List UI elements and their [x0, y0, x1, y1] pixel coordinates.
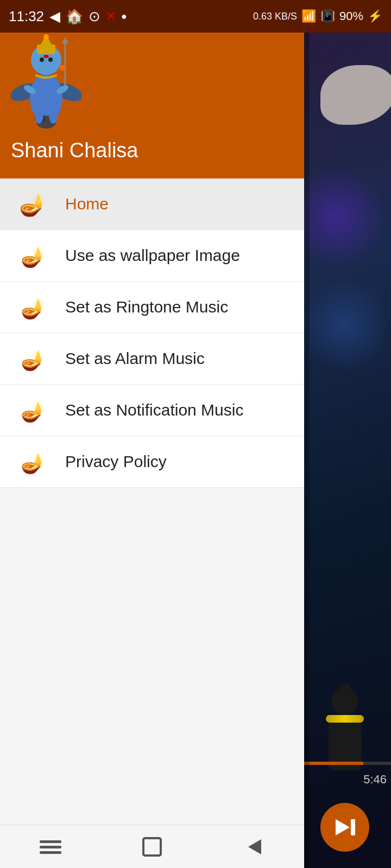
content-panel: 5:46	[299, 0, 391, 868]
signal-icon: 📳	[320, 9, 335, 23]
svg-point-9	[40, 58, 44, 62]
svg-rect-32	[351, 819, 355, 835]
svg-point-19	[60, 65, 65, 71]
svg-text:🪔: 🪔	[19, 192, 46, 218]
dot-icon: ●	[121, 11, 127, 22]
svg-text:🪔: 🪔	[21, 400, 45, 423]
home-menu-icon: 🪔	[16, 188, 49, 220]
nav-back-button[interactable]	[232, 831, 275, 863]
status-time: 11:32	[9, 8, 44, 25]
status-bar: 11:32 ◀ 🏠 ⊙ ✕ ● 0.63 KB/S 📶 📳 90% ⚡	[0, 0, 391, 33]
navigation-drawer: Shani Chalisa 🪔 Home 🪔 Use as wallpaper …	[0, 0, 304, 868]
alarm-menu-icon: 🪔	[16, 342, 49, 375]
svg-point-11	[43, 55, 49, 58]
content-background: 5:46	[299, 0, 391, 868]
menu-list: 🪔 Home 🪔 Use as wallpaper Image 🪔 Set as…	[0, 178, 304, 868]
svg-rect-29	[143, 838, 161, 856]
alarm-label: Set as Alarm Music	[65, 349, 205, 368]
network-speed: 0.63 KB/S	[253, 11, 297, 22]
glow-element-1	[299, 163, 386, 271]
menu-item-notification[interactable]: 🪔 Set as Notification Music	[0, 385, 304, 436]
app-logo	[11, 27, 81, 130]
svg-text:🪔: 🪔	[21, 348, 45, 372]
svg-point-6	[43, 34, 49, 40]
nav-menu-button[interactable]	[29, 831, 72, 863]
battery-level: 90%	[339, 9, 363, 23]
x-icon: ✕	[106, 9, 116, 23]
bottom-navigation	[0, 825, 304, 868]
menu-item-ringtone[interactable]: 🪔 Set as Ringtone Music	[0, 282, 304, 333]
top-decorative-element	[320, 65, 391, 125]
svg-marker-30	[248, 839, 261, 854]
player-timer: 5:46	[363, 773, 387, 787]
svg-rect-27	[40, 846, 61, 848]
deity-silhouette	[299, 688, 391, 770]
home-status-icon: 🏠	[66, 8, 83, 25]
svg-text:🪔: 🪔	[21, 245, 45, 269]
menu-item-alarm[interactable]: 🪔 Set as Alarm Music	[0, 333, 304, 385]
ringtone-menu-icon: 🪔	[16, 291, 49, 323]
svg-point-2	[30, 73, 62, 122]
nav-home-button[interactable]	[130, 831, 174, 863]
status-left: 11:32 ◀ 🏠 ⊙ ✕ ●	[9, 8, 127, 25]
player-next-button[interactable]	[320, 803, 369, 852]
menu-item-home[interactable]: 🪔 Home	[0, 178, 304, 230]
svg-point-18	[49, 106, 58, 124]
menu-item-privacy[interactable]: 🪔 Privacy Policy	[0, 436, 304, 488]
target-icon: ⊙	[89, 8, 100, 25]
privacy-menu-icon: 🪔	[16, 445, 49, 478]
wifi-icon: 📶	[301, 9, 316, 23]
svg-point-10	[48, 58, 53, 62]
ringtone-label: Set as Ringtone Music	[65, 298, 228, 316]
svg-text:🪔: 🪔	[21, 297, 45, 320]
svg-marker-31	[336, 819, 350, 835]
svg-marker-8	[62, 37, 68, 43]
charging-icon: ⚡	[368, 9, 382, 23]
notification-label: Set as Notification Music	[65, 401, 243, 419]
svg-point-17	[35, 106, 43, 124]
svg-rect-4	[37, 44, 55, 54]
glow-element-2	[304, 271, 386, 380]
notification-menu-icon: 🪔	[16, 394, 49, 426]
location-icon: ◀	[49, 8, 60, 25]
svg-text:🪔: 🪔	[21, 451, 45, 475]
privacy-label: Privacy Policy	[65, 452, 167, 471]
menu-item-wallpaper[interactable]: 🪔 Use as wallpaper Image	[0, 230, 304, 282]
svg-rect-28	[40, 851, 61, 854]
wallpaper-menu-icon: 🪔	[16, 239, 49, 272]
wallpaper-label: Use as wallpaper Image	[65, 246, 240, 265]
drawer-shadow	[304, 0, 310, 868]
svg-rect-26	[40, 840, 61, 843]
home-label: Home	[65, 195, 109, 213]
player-progress-bar[interactable]	[299, 762, 391, 765]
app-name: Shani Chalisa	[11, 139, 138, 162]
status-right: 0.63 KB/S 📶 📳 90% ⚡	[253, 9, 382, 23]
